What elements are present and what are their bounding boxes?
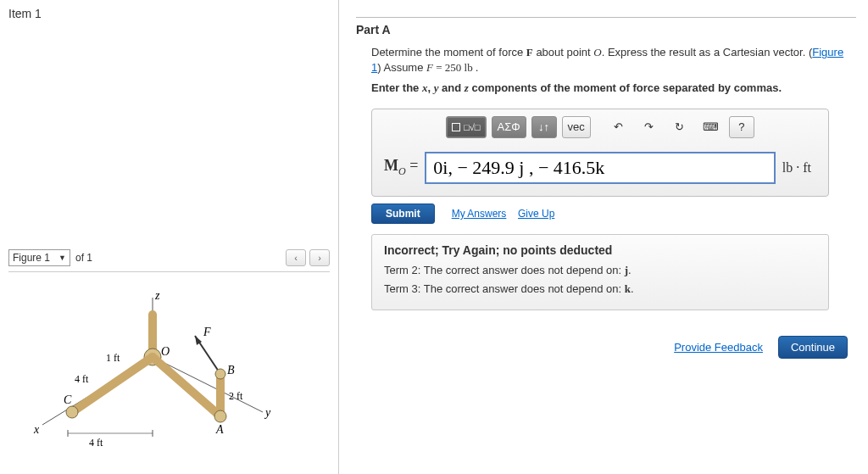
- figure-select[interactable]: Figure 1 ▼: [8, 249, 70, 266]
- svg-text:1 ft: 1 ft: [106, 352, 120, 364]
- question-prompt: Determine the moment of force F about po…: [356, 45, 856, 97]
- submit-button[interactable]: Submit: [371, 204, 435, 224]
- reset-button[interactable]: ↻: [667, 116, 693, 138]
- redo-icon: ↷: [644, 120, 654, 133]
- chevron-left-icon: ‹: [294, 253, 298, 263]
- feedback-term2: Term 2: The correct answer does not depe…: [384, 264, 816, 277]
- svg-line-5: [153, 357, 220, 416]
- svg-text:z: z: [154, 289, 160, 302]
- svg-point-10: [214, 410, 226, 422]
- bottom-row: Provide Feedback Continue: [356, 336, 856, 359]
- answer-input[interactable]: 0i, − 249.9 j , − 416.5k: [425, 152, 775, 184]
- feedback-panel: Incorrect; Try Again; no points deducted…: [371, 234, 829, 310]
- svg-text:O: O: [161, 345, 170, 358]
- help-icon: ?: [738, 120, 744, 133]
- svg-text:F: F: [203, 326, 211, 338]
- figure-count-label: of 1: [75, 252, 92, 264]
- svg-point-11: [215, 369, 225, 379]
- keyboard-icon: ⌨: [703, 120, 719, 133]
- reset-icon: ↻: [675, 120, 684, 133]
- help-button[interactable]: ?: [729, 116, 754, 138]
- svg-text:4 ft: 4 ft: [89, 437, 103, 449]
- math-toolbar: □√□ ΑΣΦ ↓↑ vec ↶ ↷ ↻ ⌨ ?: [372, 109, 828, 143]
- left-panel: Item 1 Figure 1 ▼ of 1 ‹ ›: [0, 0, 339, 474]
- my-answers-link[interactable]: My Answers: [452, 208, 507, 220]
- undo-button[interactable]: ↶: [606, 116, 632, 138]
- continue-button[interactable]: Continue: [778, 336, 848, 359]
- checkbox-icon: [452, 123, 460, 131]
- feedback-term3: Term 3: The correct answer does not depe…: [384, 282, 816, 296]
- part-heading: Part A: [356, 17, 856, 36]
- svg-point-12: [66, 406, 78, 418]
- figure-diagram: z y x O A B C F 1 ft 4 ft 4 ft 2 ft: [25, 289, 297, 459]
- keyboard-button[interactable]: ⌨: [698, 116, 724, 138]
- right-panel: Part A Determine the moment of force F a…: [339, 0, 868, 474]
- chevron-down-icon: ▼: [58, 254, 66, 262]
- figure-toolbar: Figure 1 ▼ of 1 ‹ ›: [8, 249, 330, 266]
- item-title: Item 1: [8, 7, 330, 20]
- vec-tool-button[interactable]: vec: [562, 116, 591, 138]
- greek-tool-button[interactable]: ΑΣΦ: [492, 116, 526, 138]
- svg-text:C: C: [64, 393, 72, 406]
- scripts-tool-button[interactable]: ↓↑: [531, 116, 557, 138]
- submit-row: Submit My Answers Give Up: [371, 204, 856, 224]
- svg-text:B: B: [227, 364, 235, 376]
- svg-text:A: A: [215, 423, 224, 436]
- give-up-link[interactable]: Give Up: [518, 208, 554, 220]
- unit-label: lb · ft: [782, 160, 816, 176]
- chevron-right-icon: ›: [318, 253, 321, 263]
- figure-prev-button[interactable]: ‹: [286, 249, 306, 266]
- answer-box: □√□ ΑΣΦ ↓↑ vec ↶ ↷ ↻ ⌨ ? MO = 0i, − 249.…: [371, 109, 829, 197]
- svg-text:x: x: [33, 423, 40, 436]
- svg-text:y: y: [264, 406, 271, 419]
- figure-next-button[interactable]: ›: [309, 249, 330, 266]
- undo-icon: ↶: [614, 120, 623, 133]
- template-tool-button[interactable]: □√□: [446, 116, 486, 138]
- figure-container: z y x O A B C F 1 ft 4 ft 4 ft 2 ft: [8, 271, 330, 467]
- svg-text:2 ft: 2 ft: [229, 390, 243, 402]
- svg-text:4 ft: 4 ft: [75, 373, 89, 385]
- provide-feedback-link[interactable]: Provide Feedback: [674, 341, 763, 354]
- mo-label: MO =: [384, 157, 418, 178]
- figure-select-label: Figure 1: [13, 252, 50, 264]
- feedback-title: Incorrect; Try Again; no points deducted: [384, 243, 816, 257]
- redo-button[interactable]: ↷: [637, 116, 662, 138]
